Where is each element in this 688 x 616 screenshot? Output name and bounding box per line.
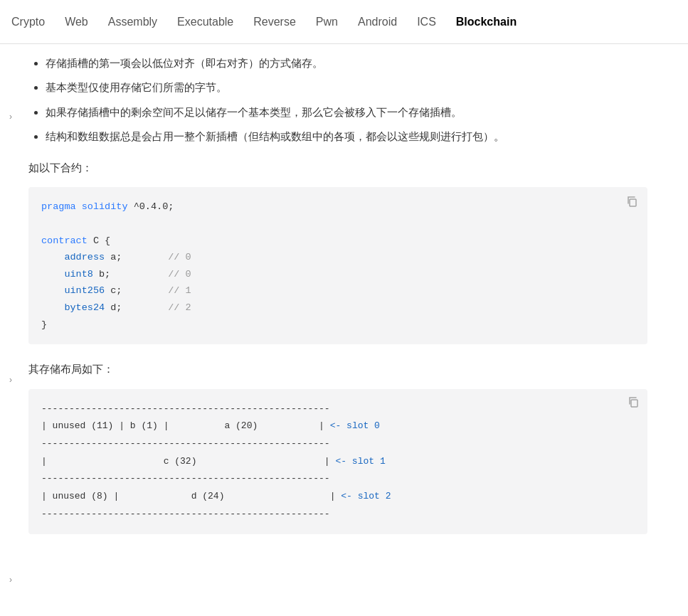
paragraph-2: 其存储布局如下： xyxy=(28,360,647,378)
nav-blockchain[interactable]: Blockchain xyxy=(456,9,517,34)
code-block-1: pragma solidity ^0.4.0; contract C { add… xyxy=(28,187,647,344)
code-line-pragma: pragma solidity ^0.4.0; xyxy=(41,198,635,216)
nav-android[interactable]: Android xyxy=(358,9,397,34)
copy-button-2[interactable] xyxy=(628,396,639,415)
bullet-list: 存储插槽的第一项会以低位对齐（即右对齐）的方式储存。 基本类型仅使用存储它们所需… xyxy=(46,54,647,146)
storage-divider-top: ----------------------------------------… xyxy=(41,400,635,418)
storage-row-1: | c (32) | <- slot 1 xyxy=(41,453,635,471)
nav-web[interactable]: Web xyxy=(65,9,88,34)
paragraph-1: 如以下合约： xyxy=(28,159,647,177)
chevron-2[interactable]: › xyxy=(9,373,12,387)
chevron-3[interactable]: › xyxy=(9,573,12,587)
code-line-uint8: uint8 b; // 0 xyxy=(41,266,635,283)
storage-row-0: | unused (11) | b (1) | a (20) | <- slot… xyxy=(41,418,635,435)
list-item-1: 存储插槽的第一项会以低位对齐（即右对齐）的方式储存。 xyxy=(46,54,647,73)
code-line-bytes24: bytes24 d; // 2 xyxy=(41,299,635,317)
storage-divider-2: ----------------------------------------… xyxy=(41,470,635,488)
content-area: › › › 存储插槽的第一项会以低位对齐（即右对齐）的方式储存。 基本类型仅使用… xyxy=(0,44,688,616)
storage-row-2: | unused (8) | d (24) | <- slot 2 xyxy=(41,488,635,506)
nav-pwn[interactable]: Pwn xyxy=(316,9,338,34)
svg-rect-1 xyxy=(631,400,637,407)
code-line-blank xyxy=(41,216,635,233)
nav-executable[interactable]: Executable xyxy=(177,9,233,34)
code-line-contract: contract C { xyxy=(41,233,635,250)
code-line-address: address a; // 0 xyxy=(41,249,635,266)
code-line-uint256: uint256 c; // 1 xyxy=(41,282,635,299)
list-item-4: 结构和数组数据总是会占用一整个新插槽（但结构或数组中的各项，都会以这些规则进行打… xyxy=(46,127,647,146)
storage-divider-1: ----------------------------------------… xyxy=(41,435,635,453)
list-item-3: 如果存储插槽中的剩余空间不足以储存一个基本类型，那么它会被移入下一个存储插槽。 xyxy=(46,103,647,122)
left-chevrons: › › › xyxy=(0,44,21,616)
nav-crypto[interactable]: Crypto xyxy=(11,9,45,34)
list-item-2: 基本类型仅使用存储它们所需的字节。 xyxy=(46,78,647,97)
copy-button-1[interactable] xyxy=(625,194,639,208)
main-content: 存储插槽的第一项会以低位对齐（即右对齐）的方式储存。 基本类型仅使用存储它们所需… xyxy=(21,44,676,616)
nav-reverse[interactable]: Reverse xyxy=(253,9,296,34)
navbar: Crypto Web Assembly Executable Reverse P… xyxy=(0,0,688,44)
storage-block: ----------------------------------------… xyxy=(28,389,647,535)
code-line-close: } xyxy=(41,317,635,334)
svg-rect-0 xyxy=(630,199,636,206)
chevron-1[interactable]: › xyxy=(9,110,12,124)
nav-assembly[interactable]: Assembly xyxy=(108,9,157,34)
storage-divider-bottom: ----------------------------------------… xyxy=(41,506,635,524)
nav-ics[interactable]: ICS xyxy=(417,9,436,34)
